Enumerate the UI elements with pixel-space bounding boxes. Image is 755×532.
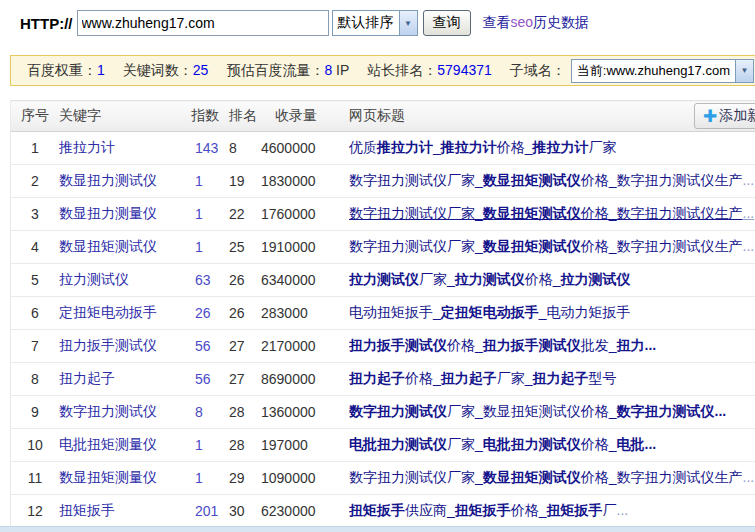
stat-item: 百度权重：1 xyxy=(27,62,105,78)
title-segment: 数字扭力测试仪厂家_ xyxy=(349,469,483,485)
keyword-index[interactable]: 1 xyxy=(191,231,229,264)
stat-label: 预估百度流量： xyxy=(226,62,324,78)
column-header-rank: 排名 xyxy=(229,101,261,132)
title-segment: ... xyxy=(645,436,657,452)
sort-select[interactable]: 默认排序 ▼ xyxy=(332,10,418,36)
row-number: 8 xyxy=(11,363,59,396)
title-segment: ... xyxy=(715,403,727,419)
keyword-link[interactable]: 拉力测试仪 xyxy=(59,264,191,297)
keyword-index[interactable]: 1 xyxy=(191,429,229,462)
keyword-link[interactable]: 数显扭力测量仪 xyxy=(59,198,191,231)
keyword-link[interactable]: 数字扭力测试仪 xyxy=(59,396,191,429)
title-segment: 数显扭矩测试仪 xyxy=(483,172,581,188)
table-row: 9数字扭力测试仪8281360000数字扭力测试仪厂家_数显扭矩测试仪价格_数字… xyxy=(11,396,755,429)
keyword-link[interactable]: 数显扭矩测量仪 xyxy=(59,462,191,495)
page-title-link[interactable]: 拉力测试仪厂家_拉力测试仪价格_拉力测试仪 xyxy=(349,264,755,297)
keyword-index[interactable]: 201 xyxy=(191,495,229,528)
included-volume: 283000 xyxy=(261,297,349,330)
keyword-rank: 25 xyxy=(229,231,261,264)
seo-history-link[interactable]: 查看seo历史数据 xyxy=(483,14,590,32)
title-segment: 数显扭矩测试仪 xyxy=(483,238,581,254)
chevron-down-icon: ▼ xyxy=(735,60,753,82)
keyword-index[interactable]: 63 xyxy=(191,264,229,297)
keyword-rank: 27 xyxy=(229,330,261,363)
keyword-index[interactable]: 8 xyxy=(191,396,229,429)
stat-label: 百度权重： xyxy=(27,62,97,78)
page-title-link[interactable]: 数字扭力测试仪厂家_数显扭矩测试仪价格_数字扭力测试仪生产... xyxy=(349,165,755,198)
title-segment: 拉力测试仪 xyxy=(349,271,419,287)
page-title-link[interactable]: 数字扭力测试仪厂家_数显扭矩测试仪价格_数字扭力测试仪生产... xyxy=(349,231,755,264)
title-segment: 拉力测试仪 xyxy=(561,271,631,287)
page-title-link[interactable]: 扭力起子价格_扭力起子厂家_扭力起子型号 xyxy=(349,363,755,396)
keyword-table: 序号关键字指数排名收录量网页标题 1推拉力计14384600000优质推拉力计_… xyxy=(10,100,755,528)
page-title-link[interactable]: 电批扭力测试仪厂家_电批扭力测试仪价格_电批... xyxy=(349,429,755,462)
page-title-link[interactable]: 优质推拉力计_推拉力计价格_推拉力计厂家 xyxy=(349,132,755,165)
keyword-index[interactable]: 26 xyxy=(191,297,229,330)
table-row: 4数显扭矩测试仪1251910000数字扭力测试仪厂家_数显扭矩测试仪价格_数字… xyxy=(11,231,755,264)
table-row: 2数显扭力测试仪1191830000数字扭力测试仪厂家_数显扭矩测试仪价格_数字… xyxy=(11,165,755,198)
stat-item: 关键词数：25 xyxy=(123,62,209,78)
keyword-link[interactable]: 扭矩扳手 xyxy=(59,495,191,528)
keyword-index[interactable]: 1 xyxy=(191,165,229,198)
title-segment: 价格_ xyxy=(497,139,533,155)
keyword-link[interactable]: 推拉力计 xyxy=(59,132,191,165)
title-segment: _ xyxy=(433,139,441,155)
add-keyword-button[interactable]: ✚ 添加新词 xyxy=(694,103,755,129)
title-segment: 定扭矩电动扳手 xyxy=(441,304,539,320)
subdomain-label: 子域名： xyxy=(510,62,566,80)
included-volume: 4600000 xyxy=(261,132,349,165)
url-input[interactable] xyxy=(77,10,329,36)
included-volume: 197000 xyxy=(261,429,349,462)
keyword-rank: 19 xyxy=(229,165,261,198)
included-volume: 6340000 xyxy=(261,264,349,297)
keyword-link[interactable]: 电批扭矩测量仪 xyxy=(59,429,191,462)
table-row: 12扭矩扳手201306230000扭矩扳手供应商_扭矩扳手价格_扭矩扳手厂..… xyxy=(11,495,755,528)
title-segment: 数显扭矩测试仪 xyxy=(483,469,581,485)
keyword-link[interactable]: 扭力起子 xyxy=(59,363,191,396)
title-segment: 数字扭力测试仪 xyxy=(617,403,715,419)
query-button[interactable]: 查询 xyxy=(423,10,471,36)
add-button-label: 添加新词 xyxy=(719,107,755,125)
title-segment: 扭力起子 xyxy=(533,370,589,386)
keyword-link[interactable]: 扭力扳手测试仪 xyxy=(59,330,191,363)
title-segment: ... xyxy=(743,205,755,221)
page-title-link[interactable]: 扭力扳手测试仪价格_扭力扳手测试仪批发_扭力... xyxy=(349,330,755,363)
included-volume: 1090000 xyxy=(261,462,349,495)
title-segment: 厂家_ xyxy=(419,271,455,287)
title-segment: 厂 xyxy=(603,502,617,518)
history-link-seo: seo xyxy=(511,14,534,30)
subdomain-select[interactable]: 当前:www.zhuheng17.com ▼ xyxy=(571,59,754,83)
keyword-link[interactable]: 数显扭力测试仪 xyxy=(59,165,191,198)
stat-label: 站长排名： xyxy=(367,62,437,78)
keyword-rank: 27 xyxy=(229,363,261,396)
title-segment: 价格_ xyxy=(405,370,441,386)
row-number: 1 xyxy=(11,132,59,165)
row-number: 2 xyxy=(11,165,59,198)
bottom-scroll-strip[interactable] xyxy=(0,526,755,532)
title-segment: ... xyxy=(617,502,629,518)
keyword-index[interactable]: 143 xyxy=(191,132,229,165)
included-volume: 1760000 xyxy=(261,198,349,231)
keyword-link[interactable]: 数显扭矩测试仪 xyxy=(59,231,191,264)
title-segment: 价格_ xyxy=(525,271,561,287)
keyword-index[interactable]: 56 xyxy=(191,363,229,396)
title-segment: 优质 xyxy=(349,139,377,155)
keyword-rank: 28 xyxy=(229,429,261,462)
keyword-index[interactable]: 1 xyxy=(191,462,229,495)
stat-item: 预估百度流量：8 IP xyxy=(226,62,349,78)
keyword-link[interactable]: 定扭矩电动扳手 xyxy=(59,297,191,330)
page-title-link[interactable]: 扭矩扳手供应商_扭矩扳手价格_扭矩扳手厂... xyxy=(349,495,755,528)
row-number: 5 xyxy=(11,264,59,297)
title-segment: 电批扭力测试仪 xyxy=(483,436,581,452)
page-title-link[interactable]: 数字扭力测试仪厂家_数显扭矩测试仪价格_数字扭力测试仪生产... xyxy=(349,198,755,231)
title-segment: 价格_ xyxy=(581,436,617,452)
title-segment: 扭力扳手测试仪 xyxy=(349,337,447,353)
page-title-link[interactable]: 数字扭力测试仪厂家_数显扭矩测试仪价格_数字扭力测试仪生产... xyxy=(349,462,755,495)
page-title-link[interactable]: 数字扭力测试仪厂家_数显扭矩测试仪价格_数字扭力测试仪... xyxy=(349,396,755,429)
page-title-link[interactable]: 电动扭矩扳手_定扭矩电动扳手_电动力矩扳手 xyxy=(349,297,755,330)
title-segment: ... xyxy=(743,172,755,188)
keyword-index[interactable]: 56 xyxy=(191,330,229,363)
row-number: 9 xyxy=(11,396,59,429)
keyword-index[interactable]: 1 xyxy=(191,198,229,231)
row-number: 7 xyxy=(11,330,59,363)
